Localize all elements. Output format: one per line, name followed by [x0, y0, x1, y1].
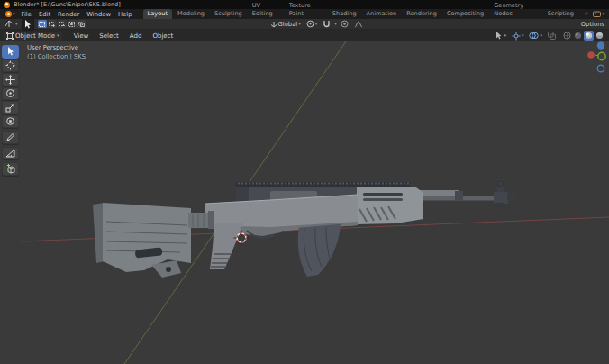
select-extend-icon	[49, 22, 55, 27]
tab-rendering[interactable]: Rendering	[402, 9, 441, 19]
navigation-gizmo[interactable]	[587, 41, 605, 71]
select-mode-intersect[interactable]	[77, 20, 86, 28]
blender-logo-icon	[4, 2, 10, 8]
rotate-icon	[5, 88, 15, 98]
menu-window[interactable]: Window	[83, 11, 114, 18]
mode-dropdown-label: Object Mode	[15, 32, 55, 40]
shading-material-preview-button[interactable]	[584, 31, 594, 41]
tab-uv-editing[interactable]: UV Editing	[248, 1, 284, 19]
mode-dropdown[interactable]: Object Mode ▾	[4, 32, 62, 41]
sks-rifle-model[interactable]	[93, 179, 517, 278]
tab-shading[interactable]: Shading	[328, 9, 361, 19]
chevron-down-icon: ▾	[15, 22, 18, 26]
tab-scripting[interactable]: Scripting	[543, 9, 578, 19]
tab-layout[interactable]: Layout	[143, 9, 172, 19]
shading-rendered-button[interactable]	[595, 31, 604, 41]
xray-toggle[interactable]	[546, 31, 558, 41]
workspace-tabs: Layout Modeling Sculpting UV Editing Tex…	[143, 9, 594, 19]
snap-settings-dropdown[interactable]: ▾	[334, 22, 337, 26]
rendered-sphere-icon	[595, 32, 604, 40]
select-set-icon	[39, 22, 45, 27]
tool-move[interactable]	[2, 73, 19, 86]
transform-icon	[5, 116, 15, 126]
tool-settings-header: ▾	[0, 19, 609, 30]
xray-icon	[548, 32, 556, 40]
transform-orientation-dropdown[interactable]: Global ▾	[268, 20, 303, 29]
select-mode-invert[interactable]	[68, 20, 77, 28]
tool-cursor[interactable]	[2, 59, 19, 73]
active-tool-select-box[interactable]	[22, 18, 34, 31]
tool-select-box[interactable]	[2, 45, 19, 59]
chevron-down-icon: ▾	[315, 22, 318, 26]
shading-wireframe-button[interactable]	[562, 31, 572, 41]
snap-toggle[interactable]	[321, 19, 332, 29]
select-mode-subtract[interactable]	[58, 20, 67, 28]
menu-view[interactable]: View	[69, 32, 94, 40]
proportional-editing-icon	[341, 20, 349, 28]
view-perspective-label: User Perspective	[27, 43, 86, 52]
select-subtract-icon	[59, 22, 65, 27]
menu-file[interactable]: File	[18, 11, 35, 18]
proportional-editing-toggle[interactable]	[339, 19, 350, 29]
select-cursor-icon	[24, 20, 32, 29]
tool-measure[interactable]	[2, 147, 19, 160]
falloff-curve-icon	[354, 21, 363, 28]
scale-icon	[5, 103, 15, 113]
menu-help[interactable]: Help	[114, 11, 136, 18]
orientation-axes-icon	[270, 21, 277, 28]
gizmo-axis-z-neg[interactable]	[597, 65, 604, 72]
overlays-icon	[529, 32, 539, 40]
select-mode-set[interactable]	[38, 20, 47, 28]
menu-edit[interactable]: Edit	[35, 11, 54, 18]
transform-orientation-value: Global	[278, 21, 298, 28]
tool-scale[interactable]	[2, 101, 19, 114]
menu-object[interactable]: Object	[148, 32, 177, 40]
blender-app-menu[interactable]: ▾	[3, 11, 18, 17]
tab-modeling[interactable]: Modeling	[173, 9, 209, 19]
shading-solid-button[interactable]	[573, 31, 583, 41]
menu-add[interactable]: Add	[125, 32, 147, 40]
pivot-point-dropdown[interactable]: ▾	[304, 19, 320, 29]
transform-snap-controls: Global ▾ ▾ ▾	[268, 19, 365, 29]
tab-texture-paint[interactable]: Texture Paint	[285, 1, 327, 19]
viewport-overlay-text: User Perspective (1) Collection | SKS	[27, 43, 86, 61]
select-intersect-icon	[78, 22, 85, 27]
tab-geometry-nodes[interactable]: Geometry Nodes	[489, 1, 541, 19]
tool-transform[interactable]	[2, 115, 19, 129]
collection-object-label: (1) Collection | SKS	[27, 52, 86, 61]
chevron-down-icon: ▾	[540, 33, 542, 38]
select-mode-extend[interactable]	[48, 20, 57, 28]
shading-mode-group	[562, 31, 604, 41]
3d-viewport[interactable]: User Perspective (1) Collection | SKS	[0, 41, 609, 364]
material-sphere-icon	[585, 32, 593, 40]
3d-viewport-scene[interactable]	[0, 41, 609, 364]
proportional-falloff-dropdown[interactable]	[352, 20, 365, 29]
tool-add-cube[interactable]	[2, 162, 19, 176]
show-gizmo-toggle[interactable]: ▾	[510, 31, 526, 41]
magnet-icon	[323, 20, 331, 28]
scene-selector[interactable]: ▾	[593, 11, 606, 18]
menu-render[interactable]: Render	[54, 11, 83, 18]
gizmo-axis-x[interactable]	[587, 51, 595, 59]
select-invert-icon	[68, 22, 75, 27]
gizmo-axis-z[interactable]	[597, 41, 604, 49]
wireframe-sphere-icon	[563, 32, 571, 40]
tab-compositing[interactable]: Compositing	[442, 9, 488, 19]
tool-annotate[interactable]	[2, 131, 19, 144]
editor-type-button[interactable]: ▾	[3, 19, 20, 29]
show-overlays-toggle[interactable]: ▾	[527, 31, 544, 41]
add-workspace-button[interactable]: +	[579, 9, 594, 19]
gizmo-icon	[512, 32, 521, 41]
gizmo-axis-y[interactable]	[598, 52, 605, 59]
tool-rotate[interactable]	[2, 87, 19, 101]
editor-type-3d-viewport-icon	[5, 20, 14, 28]
measure-icon	[5, 148, 15, 158]
tab-sculpting[interactable]: Sculpting	[210, 9, 247, 19]
chevron-down-icon: ▾	[298, 22, 301, 26]
tab-animation[interactable]: Animation	[362, 9, 402, 19]
object-mode-icon	[6, 32, 14, 40]
menu-select[interactable]: Select	[95, 32, 123, 40]
object-type-visibility-dropdown[interactable]: ▾	[494, 31, 508, 41]
chevron-down-icon: ▾	[57, 33, 59, 38]
tool-options-dropdown[interactable]: Options	[581, 21, 606, 28]
